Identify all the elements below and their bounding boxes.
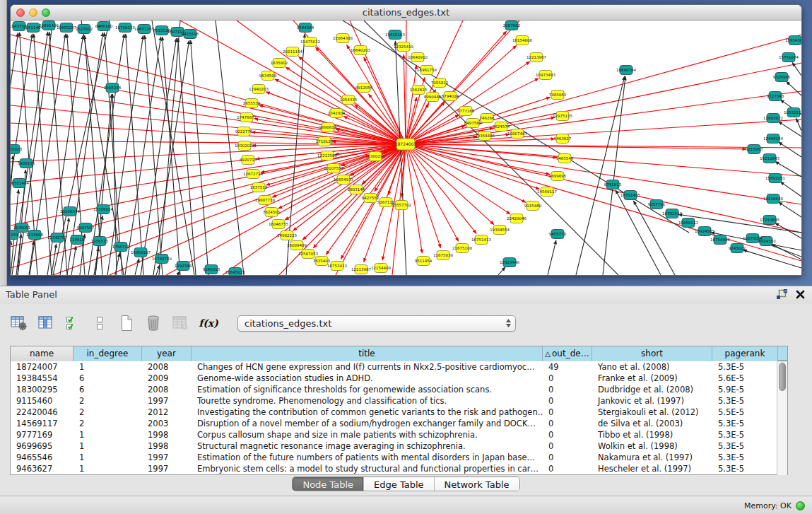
- table-row[interactable]: 911546021997Tourette syndrome. Phenomeno…: [11, 395, 787, 407]
- table-cell-short[interactable]: Jankovic et al. (1997): [592, 395, 712, 407]
- function-builder-icon[interactable]: f(x): [198, 317, 219, 329]
- table-settings-icon[interactable]: [10, 314, 28, 332]
- table-cell-short[interactable]: de Silva et al. (2003): [592, 418, 712, 429]
- column-header-short[interactable]: short: [592, 346, 712, 361]
- table-cell-pagerank[interactable]: 5.6E-5: [712, 373, 778, 384]
- table-cell-out-degree[interactable]: 0: [543, 418, 592, 429]
- table-cell-title[interactable]: Estimation of significance thresholds fo…: [192, 384, 543, 395]
- table-cell-in-degree[interactable]: 6: [73, 373, 142, 384]
- table-cell-out-degree[interactable]: 0: [543, 384, 592, 395]
- network-node[interactable]: 9097587: [77, 223, 95, 233]
- network-node[interactable]: 12213967: [526, 53, 546, 62]
- table-cell-in-degree[interactable]: 1: [73, 429, 142, 440]
- network-node[interactable]: 9699695: [549, 172, 567, 181]
- table-cell-year[interactable]: 1998: [142, 429, 192, 440]
- tab-node-table[interactable]: Node Table: [293, 477, 363, 491]
- table-cell-name[interactable]: 14569117: [11, 418, 73, 429]
- table-row[interactable]: 2242004622012Investigating the contribut…: [11, 407, 787, 418]
- table-cell-short[interactable]: Franke et al. (2009): [592, 373, 712, 384]
- network-node[interactable]: 8920713: [240, 156, 257, 165]
- network-node[interactable]: 1250515: [91, 237, 109, 246]
- network-node[interactable]: 5905135: [18, 159, 35, 168]
- network-node[interactable]: 16754408: [710, 235, 730, 245]
- column-header-title[interactable]: title: [192, 346, 543, 361]
- network-node[interactable]: 6794024: [442, 92, 459, 101]
- network-node[interactable]: 3624574: [493, 122, 510, 132]
- network-node[interactable]: 18640910: [408, 53, 428, 62]
- network-node[interactable]: 1527602: [76, 25, 93, 34]
- show-columns-icon[interactable]: [37, 314, 55, 332]
- table-cell-year[interactable]: 2003: [142, 418, 192, 429]
- network-node[interactable]: 12154408: [371, 264, 391, 273]
- network-node[interactable]: 1054335: [340, 95, 358, 105]
- network-node[interactable]: 10654933: [334, 175, 353, 185]
- table-cell-pagerank[interactable]: 5.3E-5: [712, 418, 778, 429]
- table-cell-year[interactable]: 2009: [142, 373, 192, 384]
- network-node[interactable]: 9455770: [549, 230, 567, 239]
- network-node[interactable]: 12325419: [394, 42, 413, 52]
- unselect-all-rows-icon[interactable]: [90, 314, 109, 332]
- network-node[interactable]: 10532113: [784, 108, 801, 117]
- import-table-icon[interactable]: [171, 314, 189, 332]
- table-cell-in-degree[interactable]: 2: [73, 418, 142, 429]
- network-node[interactable]: 16791405: [620, 191, 640, 200]
- table-cell-year[interactable]: 1998: [142, 440, 192, 452]
- table-cell-out-degree[interactable]: 0: [543, 373, 592, 384]
- table-row[interactable]: 1872400712008Changes of HCN gene express…: [11, 361, 787, 373]
- table-row[interactable]: 1456911722003Disruption of a novel membe…: [11, 418, 787, 429]
- table-cell-pagerank[interactable]: 5.3E-5: [712, 463, 778, 474]
- network-node[interactable]: 9415516: [182, 30, 199, 39]
- table-source-select[interactable]: citations_edges.txt: [237, 315, 516, 332]
- minimize-window-button[interactable]: [29, 8, 37, 17]
- table-cell-title[interactable]: Estimation of the future numbers of pati…: [192, 452, 543, 463]
- network-node[interactable]: 9329966: [773, 73, 791, 82]
- table-cell-year[interactable]: 1997: [142, 452, 192, 463]
- network-node[interactable]: 2803144: [348, 185, 365, 194]
- table-cell-short[interactable]: Yano et al. (2008): [592, 361, 712, 373]
- network-node[interactable]: 12923448: [500, 258, 519, 267]
- network-node[interactable]: 11675038: [433, 251, 453, 260]
- network-node[interactable]: 10719155: [115, 23, 135, 33]
- table-cell-name[interactable]: 18300295: [11, 384, 73, 395]
- network-node[interactable]: 9227343: [767, 92, 784, 101]
- zoom-window-button[interactable]: [42, 8, 50, 17]
- table-cell-in-degree[interactable]: 2: [73, 407, 142, 418]
- table-cell-pagerank[interactable]: 5.9E-5: [712, 384, 778, 395]
- network-node[interactable]: 17210695: [760, 216, 779, 225]
- table-scrollbar[interactable]: [777, 361, 787, 475]
- network-node[interactable]: 9890613: [319, 123, 337, 132]
- network-node[interactable]: 16648784: [616, 66, 636, 75]
- network-node[interactable]: 746266: [480, 114, 495, 123]
- network-node[interactable]: 8215953: [746, 145, 763, 154]
- network-node[interactable]: 9634508: [259, 71, 277, 81]
- table-cell-name[interactable]: 18724007: [11, 361, 73, 373]
- network-node[interactable]: 2165033: [11, 145, 23, 154]
- table-cell-in-degree[interactable]: 1: [73, 463, 142, 474]
- network-node[interactable]: 16753413: [327, 262, 347, 271]
- network-node[interactable]: 2655532: [243, 99, 261, 108]
- network-node[interactable]: 18724007: [395, 139, 417, 150]
- network-node[interactable]: 12444154: [763, 134, 783, 144]
- network-node[interactable]: 14671355: [134, 25, 154, 34]
- table-cell-out-degree[interactable]: 0: [543, 463, 592, 474]
- network-node[interactable]: 1115686: [26, 230, 44, 240]
- column-header-name[interactable]: name: [11, 346, 73, 361]
- column-header-pagerank[interactable]: pagerank: [712, 346, 778, 361]
- network-node[interactable]: 8912954: [355, 83, 373, 93]
- network-node[interactable]: 8544504: [297, 23, 314, 33]
- network-node[interactable]: 1637513: [250, 183, 268, 192]
- network-node[interactable]: 16154808: [512, 36, 532, 45]
- network-node[interactable]: 16751413: [471, 235, 491, 245]
- network-node[interactable]: 2718126: [316, 137, 334, 146]
- network-node[interactable]: 9245013: [203, 265, 220, 274]
- network-node[interactable]: 16961758: [417, 66, 437, 75]
- table-cell-short[interactable]: Stergiakouli et al. (2012): [592, 407, 712, 418]
- network-node[interactable]: 16782513: [662, 209, 682, 218]
- select-all-rows-icon[interactable]: [64, 314, 82, 332]
- table-cell-pagerank[interactable]: 5.3E-5: [712, 395, 778, 407]
- network-node[interactable]: 1562615: [410, 86, 428, 95]
- float-panel-icon[interactable]: [777, 289, 787, 299]
- network-node[interactable]: 12210648: [763, 194, 783, 204]
- table-cell-pagerank[interactable]: 5.3E-5: [712, 452, 778, 463]
- network-node[interactable]: 22064308: [333, 34, 353, 43]
